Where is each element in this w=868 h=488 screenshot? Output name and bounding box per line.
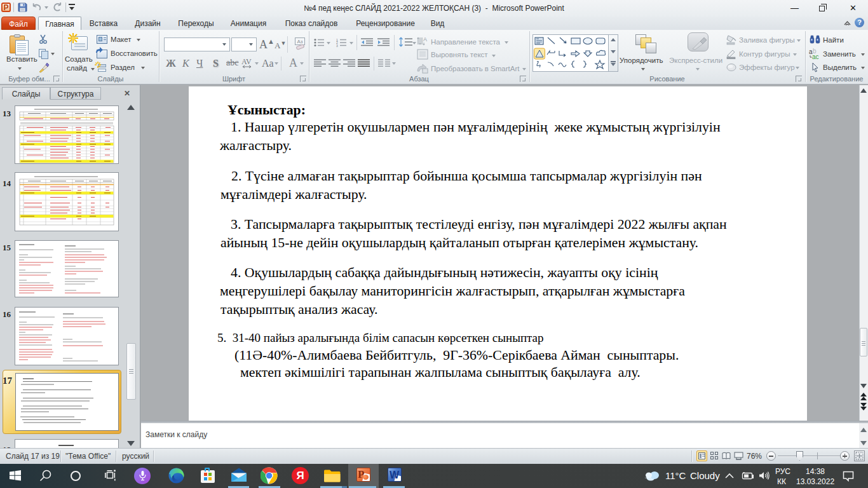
svg-text:AV: AV [241, 58, 252, 66]
svg-text:3: 3 [336, 44, 338, 48]
svg-text:ac: ac [812, 53, 819, 60]
svg-text:А: А [423, 36, 427, 43]
